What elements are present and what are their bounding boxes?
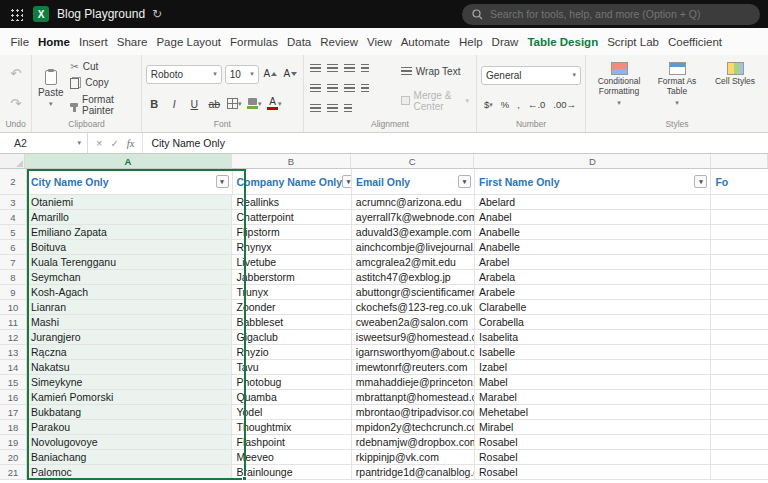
number-format-select[interactable]: General ▾ [481, 66, 581, 85]
underline-button[interactable]: U [186, 95, 203, 112]
row-header[interactable]: 18 [0, 420, 27, 435]
tab-data[interactable]: Data [282, 28, 315, 55]
cell[interactable]: Yodel [232, 405, 351, 420]
cell[interactable] [711, 285, 768, 300]
align-top-icon[interactable] [310, 64, 321, 73]
cell[interactable]: Abelard [475, 195, 711, 210]
tab-script-lab[interactable]: Script Lab [603, 28, 664, 55]
cell[interactable]: Arabel [475, 255, 711, 270]
tab-coefficient[interactable]: Coefficient [663, 28, 726, 55]
workbook-title[interactable]: Blog Playground [57, 7, 145, 21]
row-header[interactable]: 16 [0, 390, 27, 405]
cell[interactable]: igarnsworthyom@about.com [352, 345, 475, 360]
cell[interactable]: Flipstorm [232, 225, 351, 240]
copy-button[interactable]: Copy [67, 76, 137, 90]
row-header[interactable]: 4 [0, 210, 27, 225]
cell[interactable] [711, 195, 768, 210]
cell[interactable] [711, 270, 768, 285]
cell[interactable]: abuttongr@scientificamerican [352, 285, 475, 300]
bold-button[interactable]: B [146, 95, 163, 112]
cell[interactable]: Flashpoint [232, 435, 351, 450]
cell[interactable]: Rhyzio [232, 345, 351, 360]
row-header[interactable]: 15 [0, 375, 27, 390]
row-header[interactable]: 17 [0, 405, 27, 420]
cell[interactable]: mmahaddieje@princeton.edu [352, 375, 475, 390]
fill-color-button[interactable]: ▾ [246, 95, 263, 112]
table-header-cell[interactable]: Company Name Only ▾ [233, 169, 352, 195]
row-header[interactable]: 3 [0, 195, 27, 210]
row-header[interactable]: 12 [0, 330, 27, 345]
conditional-formatting-button[interactable]: Conditional Formatting ▾ [590, 59, 648, 118]
column-header-a[interactable]: A [25, 154, 231, 169]
strikethrough-button[interactable]: ab [206, 95, 223, 112]
italic-button[interactable]: I [166, 95, 183, 112]
cell[interactable]: rdebnamjw@dropbox.com [352, 435, 475, 450]
row-header[interactable]: 9 [0, 285, 27, 300]
align-center-icon[interactable] [327, 84, 338, 93]
cell[interactable] [711, 225, 768, 240]
app-launcher-icon[interactable] [10, 8, 23, 21]
indent-decrease-icon[interactable] [361, 84, 369, 93]
cell[interactable]: Mabel [475, 375, 711, 390]
row-header[interactable]: 7 [0, 255, 27, 270]
cell[interactable]: astitch47@exblog.jp [352, 270, 475, 285]
align-left-icon[interactable] [310, 84, 321, 93]
tab-page-layout[interactable]: Page Layout [152, 28, 226, 55]
increase-decimal-button[interactable]: ←.0 [525, 98, 548, 111]
cell[interactable]: Thoughtmix [232, 420, 351, 435]
tab-automate[interactable]: Automate [396, 28, 454, 55]
percent-format-button[interactable]: % [498, 98, 512, 111]
align-bottom-icon[interactable] [344, 64, 355, 73]
cell[interactable]: Jurangjero [27, 330, 232, 345]
paste-button[interactable]: Paste ▾ [36, 59, 65, 118]
cell[interactable]: mbrattanpt@homestead.com [352, 390, 475, 405]
cell[interactable]: Gigaclub [232, 330, 351, 345]
search-bar[interactable] [462, 4, 760, 25]
cell[interactable]: Marabel [475, 390, 711, 405]
tab-help[interactable]: Help [454, 28, 487, 55]
cell[interactable] [711, 375, 768, 390]
redo-button[interactable]: ↷ [10, 96, 21, 111]
cell[interactable]: Brainlounge [232, 465, 351, 480]
cell[interactable]: isweetsur9@homestead.com [352, 330, 475, 345]
format-as-table-button[interactable]: Format As Table ▾ [648, 59, 706, 118]
cell[interactable]: Zoonder [232, 300, 351, 315]
cell[interactable] [711, 435, 768, 450]
table-header-cell[interactable]: Email Only ▾ [352, 169, 475, 195]
cell[interactable]: Isabelita [475, 330, 711, 345]
cell[interactable]: Anabelle [475, 225, 711, 240]
align-middle-icon[interactable] [327, 64, 338, 73]
cell[interactable]: ckochefs@123-reg.co.uk [352, 300, 475, 315]
justify-icon[interactable] [310, 104, 321, 113]
currency-format-button[interactable]: $▾ [481, 98, 496, 111]
cell[interactable]: Emiliano Zapata [27, 225, 232, 240]
cell[interactable]: Photobug [232, 375, 351, 390]
cell[interactable]: Kamień Pomorski [27, 390, 232, 405]
table-header-cell[interactable]: First Name Only ▾ [475, 169, 711, 195]
row-header[interactable]: 13 [0, 345, 27, 360]
cell[interactable] [711, 390, 768, 405]
cell[interactable]: Rhynyx [232, 240, 351, 255]
cell[interactable]: Amarillo [27, 210, 232, 225]
row-header[interactable]: 6 [0, 240, 27, 255]
cell[interactable] [711, 210, 768, 225]
filter-dropdown-icon[interactable]: ▾ [694, 175, 707, 188]
tab-table-design[interactable]: Table Design [523, 28, 603, 55]
cell[interactable] [711, 450, 768, 465]
cell[interactable]: Palomoc [27, 465, 232, 480]
tab-home[interactable]: Home [34, 28, 75, 55]
cell[interactable]: Jabberstorm [232, 270, 351, 285]
cell[interactable]: imewtonrf@reuters.com [352, 360, 475, 375]
format-painter-button[interactable]: Format Painter [67, 93, 137, 117]
cell[interactable]: Baniachang [27, 450, 232, 465]
cell[interactable] [711, 315, 768, 330]
cell[interactable]: Seymchan [27, 270, 232, 285]
insert-function-button[interactable]: fx [127, 138, 135, 149]
cell[interactable]: Anabel [475, 210, 711, 225]
font-size-select[interactable]: 10 ▾ [225, 65, 259, 84]
tab-formulas[interactable]: Formulas [226, 28, 283, 55]
column-header-d[interactable]: D [474, 154, 711, 169]
tab-review[interactable]: Review [316, 28, 363, 55]
cell[interactable] [711, 240, 768, 255]
undo-button[interactable]: ↶ [10, 66, 21, 81]
